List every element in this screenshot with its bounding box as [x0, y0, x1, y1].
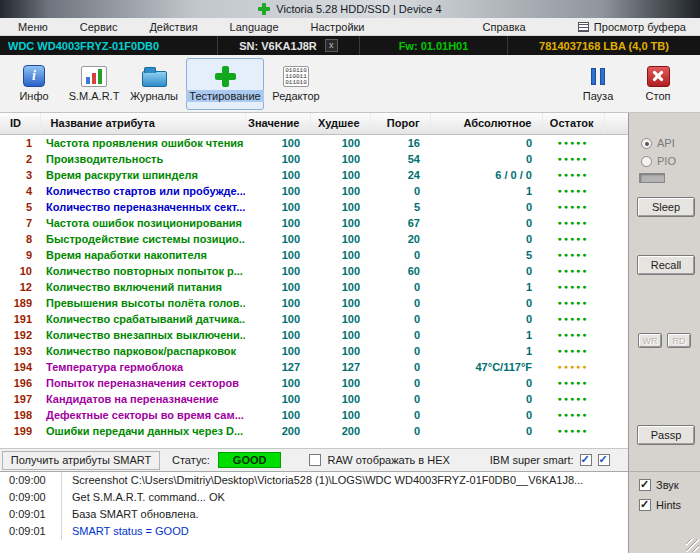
buffer-view-button[interactable]: Просмотр буфера — [578, 21, 686, 33]
attr-threshold: 20 — [370, 231, 430, 247]
table-row[interactable]: 4Количество стартов или пробужде...10010… — [0, 183, 628, 199]
api-radio[interactable] — [641, 138, 652, 149]
raw-hex-option[interactable]: RAW отображать в HEX — [309, 454, 449, 466]
attr-worst: 127 — [310, 359, 370, 375]
toolbar-button-stop[interactable]: Стоп — [630, 58, 686, 110]
hints-option[interactable]: Hints — [639, 499, 681, 511]
table-row[interactable]: 189Превышения высоты полёта голов...1001… — [0, 295, 628, 311]
rd-mini-button[interactable]: RD — [667, 333, 691, 348]
attr-threshold: 0 — [370, 295, 430, 311]
table-row[interactable]: 192Количество внезапных выключени...1001… — [0, 327, 628, 343]
sound-checkbox[interactable] — [639, 479, 651, 491]
attr-health-dots: ●●●●● — [542, 215, 604, 231]
table-row[interactable]: 12Количество включений питания10010001●●… — [0, 279, 628, 295]
hints-checkbox[interactable] — [639, 499, 651, 511]
title-bar[interactable]: Victoria 5.28 HDD/SSD | Device 4 — [0, 0, 700, 18]
attr-threshold: 0 — [370, 343, 430, 359]
log-entry[interactable]: 0:09:00Screenshot C:\Users\Dmitriy\Deskt… — [0, 472, 628, 489]
attr-id: 189 — [0, 295, 40, 311]
menu-item-settings[interactable]: Настройки — [311, 21, 365, 33]
pio-radio[interactable] — [641, 156, 652, 167]
log-entry[interactable]: 0:09:01База SMART обновлена. — [0, 506, 628, 523]
table-row[interactable]: 8Быстродействие системы позицио...100100… — [0, 231, 628, 247]
attr-absolute: 0 — [430, 151, 542, 167]
raw-hex-checkbox[interactable] — [309, 454, 321, 466]
attr-threshold: 0 — [370, 279, 430, 295]
stop-x-icon — [647, 66, 670, 87]
table-row[interactable]: 3Время раскрутки шпинделя100100246 / 0 /… — [0, 167, 628, 183]
attr-worst: 100 — [310, 134, 370, 151]
table-row[interactable]: 5Количество переназначенных сект...10010… — [0, 199, 628, 215]
info-icon: i — [23, 65, 45, 87]
attr-name: Ошибки передачи данных через D... — [40, 423, 245, 439]
ibm-smart-checkbox-1[interactable] — [580, 454, 592, 466]
raw-hex-label: RAW отображать в HEX — [327, 454, 449, 466]
toolbar-button-editor[interactable]: 010110 110011 011010 Редактор — [268, 58, 324, 110]
header-worst[interactable]: Худшее — [310, 113, 370, 134]
attr-value: 100 — [245, 231, 310, 247]
table-row[interactable]: 1Частота проявления ошибок чтения1001001… — [0, 134, 628, 151]
sound-option[interactable]: Звук — [639, 479, 679, 491]
toolbar-button-pause[interactable]: Пауза — [570, 58, 626, 110]
attr-threshold: 0 — [370, 359, 430, 375]
header-name[interactable]: Название атрибута — [40, 113, 245, 134]
toolbar-button-journals[interactable]: Журналы — [126, 58, 182, 110]
table-row[interactable]: 199Ошибки передачи данных через D...2002… — [0, 423, 628, 439]
menu-item-menu[interactable]: Меню — [18, 21, 48, 33]
row-filler — [604, 263, 628, 279]
attr-id: 199 — [0, 423, 40, 439]
menu-item-actions[interactable]: Действия — [149, 21, 197, 33]
attr-health-dots: ●●●●● — [542, 407, 604, 423]
table-row[interactable]: 197Кандидатов на переназначение10010000●… — [0, 391, 628, 407]
testing-plus-icon — [215, 66, 236, 87]
table-row[interactable]: 196Попыток переназначения секторов100100… — [0, 375, 628, 391]
menu-item-help[interactable]: Справка — [483, 21, 526, 33]
attr-absolute: 0 — [430, 375, 542, 391]
passp-button[interactable]: Passp — [637, 425, 695, 445]
menu-item-language[interactable]: Language — [230, 21, 279, 33]
table-row[interactable]: 191Количество срабатываний датчика...100… — [0, 311, 628, 327]
header-health[interactable]: Остаток — [542, 113, 604, 134]
get-smart-button[interactable]: Получить атрибуты SMART — [2, 451, 160, 470]
api-radio-label: API — [657, 137, 675, 149]
table-row[interactable]: 9Время наработки накопителя10010005●●●●● — [0, 247, 628, 263]
attr-worst: 100 — [310, 295, 370, 311]
recall-button[interactable]: Recall — [637, 255, 695, 275]
api-radio-row[interactable]: API — [641, 137, 675, 149]
toolbar-label-smart: S.M.A.R.T — [69, 90, 120, 102]
row-filler — [604, 247, 628, 263]
wr-mini-button[interactable]: WR — [638, 333, 662, 348]
header-absolute[interactable]: Абсолютное — [430, 113, 542, 134]
resize-grip[interactable] — [686, 539, 699, 552]
toolbar-button-info[interactable]: i Инфо — [6, 58, 62, 110]
log-panel[interactable]: 0:09:00Screenshot C:\Users\Dmitriy\Deskt… — [0, 471, 628, 553]
attr-value: 100 — [245, 295, 310, 311]
attr-worst: 100 — [310, 167, 370, 183]
device-serial: SN: V6KA1J8R — [239, 40, 317, 52]
header-id[interactable]: ID — [0, 113, 40, 134]
table-row[interactable]: 2Производительность100100540●●●●● — [0, 151, 628, 167]
header-threshold[interactable]: Порог — [370, 113, 430, 134]
toolbar-button-smart[interactable]: S.M.A.R.T — [66, 58, 122, 110]
table-row[interactable]: 10Количество повторных попыток р...10010… — [0, 263, 628, 279]
table-row[interactable]: 194Температура гермоблока127127047°C/117… — [0, 359, 628, 375]
sleep-button[interactable]: Sleep — [637, 197, 695, 217]
log-entry[interactable]: 0:09:00Get S.M.A.R.T. command... OK — [0, 489, 628, 506]
log-timestamp: 0:09:01 — [0, 523, 62, 540]
pio-radio-row[interactable]: PIO — [641, 155, 676, 167]
table-row[interactable]: 7Частота ошибок позиционирования10010067… — [0, 215, 628, 231]
header-value[interactable]: Значение — [245, 113, 310, 134]
toolbar-button-testing[interactable]: Тестирование — [186, 58, 264, 110]
table-row[interactable]: 198Дефектные секторы во время сам...1001… — [0, 407, 628, 423]
attr-id: 10 — [0, 263, 40, 279]
row-filler — [604, 375, 628, 391]
table-row[interactable]: 193Количество парковок/распарковок100100… — [0, 343, 628, 359]
log-entry[interactable]: 0:09:01SMART status = GOOD — [0, 523, 628, 540]
serial-close-button[interactable]: x — [325, 39, 338, 52]
menu-item-service[interactable]: Сервис — [80, 21, 118, 33]
attr-health-dots: ●●●●● — [542, 343, 604, 359]
attr-health-dots: ●●●●● — [542, 279, 604, 295]
row-filler — [604, 183, 628, 199]
attr-threshold: 67 — [370, 215, 430, 231]
ibm-smart-checkbox-2[interactable] — [598, 454, 610, 466]
